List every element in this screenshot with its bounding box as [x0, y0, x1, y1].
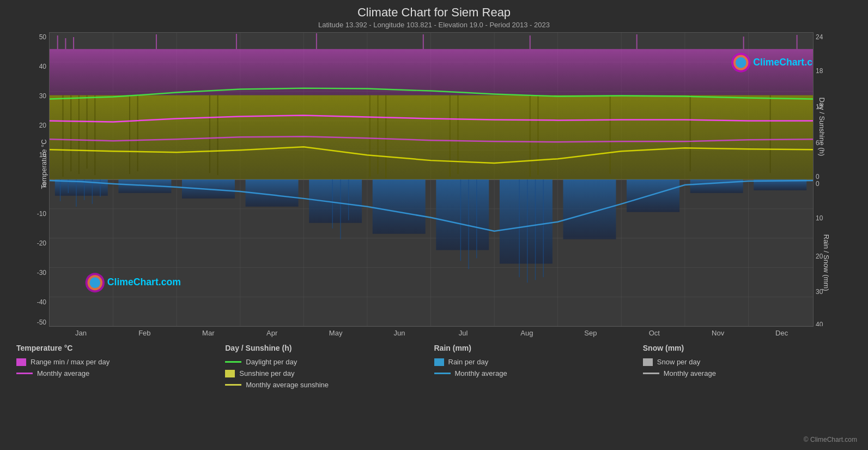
legend-snow: Snow (mm) Snow per day Monthly average	[643, 344, 852, 389]
svg-rect-46	[309, 179, 362, 223]
chart-title: Climate Chart for Siem Reap	[11, 5, 857, 20]
legend-rain: Rain (mm) Rain per day Monthly average	[434, 344, 643, 389]
svg-text:40: 40	[39, 63, 47, 70]
snow-box	[643, 358, 653, 366]
legend-temperature: Temperature °C Range min / max per day M…	[16, 344, 225, 389]
svg-text:ClimeChart.com: ClimeChart.com	[107, 277, 181, 287]
svg-text:20: 20	[816, 253, 823, 260]
svg-text:18: 18	[816, 67, 823, 75]
month-jan: Jan	[49, 329, 113, 337]
svg-text:30: 30	[816, 288, 823, 296]
svg-rect-50	[563, 179, 616, 239]
month-nov: Nov	[686, 329, 750, 337]
svg-text:-40: -40	[37, 298, 47, 306]
rain-avg-label: Monthly average	[455, 369, 507, 377]
main-container: Climate Chart for Siem Reap Latitude 13.…	[0, 0, 868, 450]
legend-rain-box: Rain per day	[434, 358, 643, 366]
legend-snow-avg: Monthly average	[643, 369, 852, 377]
svg-text:ClimeChart.com: ClimeChart.com	[753, 57, 813, 68]
month-apr: Apr	[240, 329, 304, 337]
legend-sunshine-box: Sunshine per day	[225, 369, 434, 377]
sunshine-avg-label: Monthly average sunshine	[246, 381, 329, 389]
daylight-line	[225, 361, 241, 363]
svg-rect-47	[373, 179, 426, 234]
svg-rect-49	[500, 179, 553, 263]
svg-point-108	[736, 57, 746, 68]
right-y-axis-bottom: 0 10 20 30 40	[813, 179, 843, 326]
svg-rect-70	[50, 49, 813, 95]
svg-point-104	[89, 277, 100, 288]
svg-text:0: 0	[816, 173, 820, 179]
snow-avg-line	[643, 373, 659, 374]
svg-text:6: 6	[816, 139, 820, 147]
legend-sunshine-avg: Monthly average sunshine	[225, 381, 434, 389]
legend-temp-range: Range min / max per day	[16, 358, 225, 366]
legend-daylight: Daylight per day	[225, 358, 434, 366]
month-aug: Aug	[495, 329, 559, 337]
temp-range-label: Range min / max per day	[31, 358, 110, 366]
month-mar: Mar	[177, 329, 240, 337]
svg-rect-51	[627, 179, 679, 212]
sunshine-box-label: Sunshine per day	[239, 369, 294, 377]
legend-temp-avg: Monthly average	[16, 369, 225, 377]
month-sep: Sep	[559, 329, 622, 337]
svg-text:0: 0	[816, 180, 820, 188]
svg-text:24: 24	[816, 33, 823, 41]
svg-text:20: 20	[39, 122, 47, 129]
month-may: May	[304, 329, 368, 337]
main-chart-svg: ClimeChart.com ClimeChart.com	[50, 33, 813, 326]
svg-text:-10: -10	[37, 210, 47, 218]
legend-temp-title: Temperature °C	[16, 344, 225, 352]
chart-area: 50 40 30 20 10 0 -10 -20 -30 -40 -50 24 …	[49, 32, 814, 327]
right-y-axis-top: 24 18 12 6 0	[813, 33, 843, 179]
temp-avg-line	[16, 373, 33, 374]
svg-text:-20: -20	[37, 239, 47, 247]
chart-wrapper: Temperature °C Day / Sunshine (h) Rain /…	[49, 32, 814, 337]
x-axis: Jan Feb Mar Apr May Jun Jul Aug Sep Oct …	[49, 327, 814, 337]
copyright: © ClimeChart.com	[804, 436, 857, 443]
month-oct: Oct	[622, 329, 686, 337]
legend-snow-box: Snow per day	[643, 358, 852, 366]
svg-text:40: 40	[816, 321, 823, 326]
legend-sunshine-title: Day / Sunshine (h)	[225, 344, 434, 352]
temp-avg-label: Monthly average	[37, 369, 89, 377]
svg-text:-30: -30	[37, 269, 47, 277]
rain-box-label: Rain per day	[448, 358, 489, 366]
snow-avg-label: Monthly average	[664, 369, 716, 377]
legend-rain-avg: Monthly average	[434, 369, 643, 377]
svg-text:12: 12	[816, 103, 823, 111]
month-jun: Jun	[368, 329, 432, 337]
rain-box	[434, 358, 444, 366]
legend-rain-title: Rain (mm)	[434, 344, 643, 352]
sunshine-box	[225, 370, 235, 377]
left-y-axis: 50 40 30 20 10 0 -10 -20 -30 -40 -50	[22, 33, 50, 326]
svg-text:-50: -50	[37, 319, 47, 326]
svg-rect-82	[50, 95, 813, 179]
legend-sunshine: Day / Sunshine (h) Daylight per day Suns…	[225, 344, 434, 389]
svg-text:10: 10	[816, 214, 823, 222]
month-feb: Feb	[113, 329, 177, 337]
sunshine-avg-line	[225, 384, 241, 386]
svg-text:50: 50	[39, 33, 47, 41]
snow-box-label: Snow per day	[657, 358, 701, 366]
legend-area: Temperature °C Range min / max per day M…	[11, 344, 857, 389]
daylight-label: Daylight per day	[246, 358, 297, 366]
rain-avg-line	[434, 373, 451, 374]
month-jul: Jul	[432, 329, 495, 337]
svg-text:30: 30	[39, 92, 47, 100]
temp-range-box	[16, 358, 26, 366]
month-dec: Dec	[750, 329, 814, 337]
svg-text:0: 0	[43, 181, 46, 188]
legend-snow-title: Snow (mm)	[643, 344, 852, 352]
svg-text:10: 10	[39, 151, 47, 159]
svg-rect-48	[436, 179, 489, 250]
chart-subtitle: Latitude 13.392 - Longitude 103.821 - El…	[11, 21, 857, 29]
